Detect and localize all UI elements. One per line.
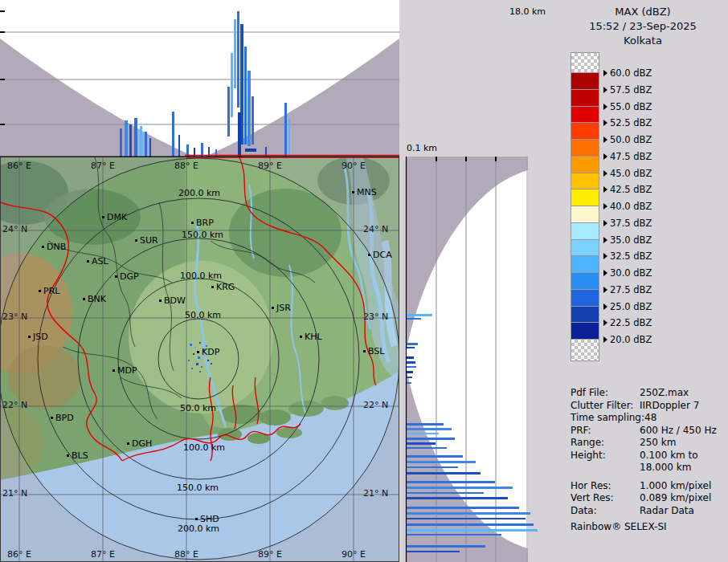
echo-bar bbox=[149, 138, 151, 157]
echo-bar bbox=[407, 545, 485, 548]
echo-speckle bbox=[190, 344, 192, 346]
metadata-label: Data: bbox=[571, 505, 640, 518]
metadata-value: 48 bbox=[644, 412, 656, 425]
map-panel bbox=[0, 157, 399, 562]
echo-bar bbox=[247, 71, 251, 146]
echo-bar bbox=[237, 11, 239, 108]
echo-bar bbox=[407, 481, 495, 483]
echo-bar bbox=[234, 19, 236, 88]
echo-bar bbox=[145, 132, 147, 157]
metadata-label: Hor Res: bbox=[571, 480, 640, 493]
product-datetime: 15:52 / 23-Sep-2025 bbox=[562, 19, 723, 34]
right-cross-section-panel bbox=[406, 157, 538, 562]
map-delta-island bbox=[259, 409, 291, 426]
echo-bar bbox=[407, 428, 452, 430]
color-scale: 60.0 dBZ57.5 dBZ55.0 dBZ52.5 dBZ50.0 dBZ… bbox=[571, 53, 708, 361]
metadata-label: Vert Res: bbox=[571, 492, 640, 505]
metadata-row: Range:250 km bbox=[571, 437, 727, 450]
echo-speckle bbox=[201, 366, 202, 368]
metadata-row: Height:0.100 km to 18.000 km bbox=[571, 450, 727, 474]
echo-bar bbox=[407, 529, 538, 531]
legend-color-cell bbox=[571, 107, 599, 124]
echo-bar bbox=[407, 461, 476, 463]
metadata-row: Clutter Filter:IIRDoppler 7 bbox=[571, 400, 727, 413]
axis-tick bbox=[0, 79, 5, 80]
legend-color-cell bbox=[571, 273, 599, 290]
echo-speckle bbox=[185, 350, 186, 352]
legend-color-cell bbox=[571, 323, 599, 340]
metadata-value: 250Z.max bbox=[640, 387, 689, 400]
axis-tick bbox=[0, 31, 5, 33]
legend-color-cell bbox=[571, 73, 599, 90]
legend-cell-above-max bbox=[571, 53, 599, 73]
echo-bar bbox=[407, 433, 439, 434]
metadata-label: Range: bbox=[571, 437, 640, 450]
legend-color-cell bbox=[571, 223, 599, 240]
echo-bar bbox=[407, 518, 526, 519]
echo-bar bbox=[407, 507, 519, 509]
echo-bar bbox=[407, 497, 508, 499]
echo-bar bbox=[284, 103, 287, 157]
product-title: MAX (dBZ) bbox=[562, 5, 723, 19]
station-name: Kolkata bbox=[562, 34, 723, 48]
echo-speckle bbox=[204, 355, 206, 356]
map-terrain-lowland bbox=[129, 261, 273, 413]
legend-color-cell bbox=[571, 123, 599, 140]
legend-tick-label: 40.0 dBZ bbox=[603, 201, 652, 212]
echo-speckle bbox=[211, 363, 212, 364]
echo-bar bbox=[238, 112, 241, 157]
echo-bar bbox=[407, 447, 447, 449]
legend-color-cell bbox=[571, 290, 599, 307]
echo-bar bbox=[407, 371, 413, 373]
metadata-value: 600 Hz / 450 Hz bbox=[640, 425, 717, 438]
legend-tick-label: 45.0 dBZ bbox=[603, 168, 652, 179]
axis-tick bbox=[465, 157, 467, 161]
echo-bar bbox=[407, 472, 481, 474]
metadata-value: 1.000 km/pixel bbox=[640, 480, 711, 493]
echo-bar bbox=[201, 143, 203, 157]
legend-color-cell bbox=[571, 240, 599, 257]
legend-tick-label: 30.0 dBZ bbox=[603, 267, 652, 279]
metadata-row: PRF:600 Hz / 450 Hz bbox=[571, 425, 727, 438]
legend-tick-label: 52.5 dBZ bbox=[603, 117, 652, 128]
legend-color-cell bbox=[571, 189, 599, 206]
top-cross-section-panel bbox=[0, 0, 399, 157]
metadata-row: Pdf File:250Z.max bbox=[571, 387, 727, 400]
radar-display-window: 86° E86° E87° E87° E88° E88° E89° E89° E… bbox=[0, 0, 728, 562]
legend-color-cell bbox=[571, 140, 599, 157]
metadata-value: 0.089 km/pixel bbox=[640, 492, 711, 505]
echo-bar bbox=[407, 512, 530, 515]
legend-tick-label: 22.5 dBZ bbox=[603, 317, 652, 328]
metadata-label: Height: bbox=[571, 450, 640, 462]
echo-bar bbox=[407, 438, 455, 440]
echo-bar bbox=[407, 487, 513, 489]
echo-bar bbox=[120, 128, 122, 157]
echo-bar bbox=[407, 347, 415, 348]
echo-bar bbox=[407, 318, 421, 320]
legend-color-cell bbox=[571, 206, 599, 223]
metadata-value: Radar Data bbox=[640, 505, 694, 518]
echo-bar bbox=[134, 118, 137, 157]
echo-bar bbox=[407, 377, 412, 378]
legend-color-cell bbox=[571, 173, 599, 190]
legend-tick-label: 27.5 dBZ bbox=[603, 284, 652, 295]
metadata-value: IIRDoppler 7 bbox=[640, 400, 699, 413]
echo-speckle bbox=[196, 363, 198, 365]
echo-bar bbox=[407, 523, 534, 526]
echo-bar bbox=[407, 361, 415, 364]
map-delta-island bbox=[276, 427, 302, 438]
echo-bar bbox=[227, 87, 230, 136]
echo-bar bbox=[178, 135, 180, 157]
metadata-value: 0.100 km to 18.000 km bbox=[640, 450, 698, 474]
echo-bar bbox=[407, 551, 460, 552]
echo-bar bbox=[407, 314, 432, 316]
legend-tick-label: 37.5 dBZ bbox=[603, 218, 652, 229]
legend-cell-below-min bbox=[571, 340, 599, 360]
map-terrain-hills bbox=[8, 345, 80, 409]
legend-tick-label: 20.0 dBZ bbox=[603, 334, 652, 345]
metadata-block: Pdf File:250Z.maxClutter Filter:IIRDoppl… bbox=[571, 387, 727, 517]
axis-tick bbox=[495, 157, 497, 161]
echo-bar bbox=[129, 124, 132, 157]
legend-panel: MAX (dBZ) 15:52 / 23-Sep-2025 Kolkata 60… bbox=[528, 0, 728, 562]
metadata-label: Time sampling: bbox=[571, 412, 644, 425]
